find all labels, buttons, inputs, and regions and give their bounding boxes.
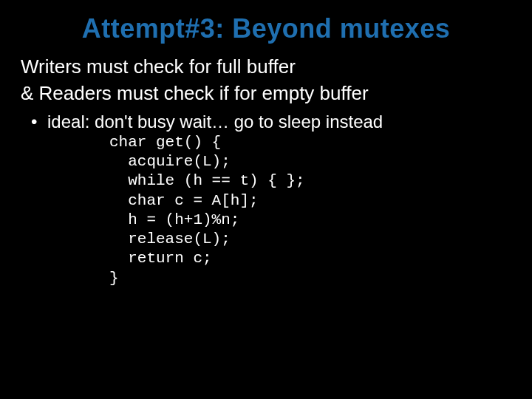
code-line-2: acquire(L);: [109, 153, 231, 170]
slide: Attempt#3: Beyond mutexes Writers must c…: [0, 0, 532, 399]
slide-title: Attempt#3: Beyond mutexes: [21, 13, 511, 44]
code-line-8: }: [109, 270, 119, 287]
code-line-4: char c = A[h];: [109, 192, 259, 209]
code-line-1: char get() {: [109, 134, 221, 151]
code-line-3: while (h == t) { };: [109, 172, 305, 189]
code-block: char get() { acquire(L); while (h == t) …: [109, 133, 511, 288]
bullet-list: ideal: don't busy wait… go to sleep inst…: [21, 111, 511, 133]
code-line-5: h = (h+1)%n;: [109, 211, 239, 228]
code-line-7: return c;: [109, 250, 212, 267]
body-text-line-1: Writers must check for full buffer: [21, 56, 511, 78]
code-line-6: release(L);: [109, 231, 231, 248]
body-text-line-2: & Readers must check if for empty buffer: [21, 83, 511, 105]
bullet-item-1: ideal: don't busy wait… go to sleep inst…: [44, 111, 511, 133]
